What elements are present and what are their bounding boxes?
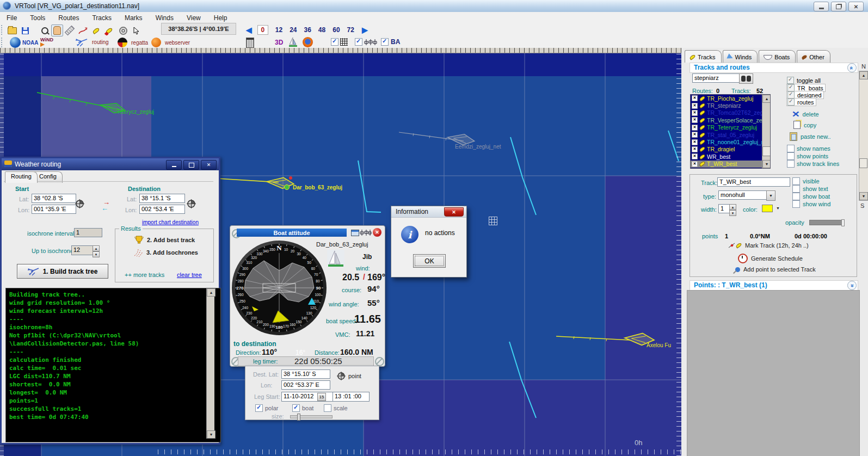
- item-checkbox[interactable]: [692, 110, 698, 116]
- show-option[interactable]: show points: [787, 152, 828, 160]
- maximize-button[interactable]: [183, 160, 199, 170]
- track-list-item[interactable]: T_WR_best: [691, 161, 770, 168]
- color-dropdown-icon[interactable]: [774, 205, 782, 212]
- track-list-item[interactable]: TR_Piocha_zegluj: [691, 95, 770, 102]
- add-isochrones-button[interactable]: 3. Add Isochrones: [133, 248, 198, 257]
- save-button[interactable]: [20, 25, 30, 36]
- import-destination-link[interactable]: import chart destination: [142, 219, 199, 225]
- color-swatch[interactable]: [762, 205, 773, 212]
- expand-points-button[interactable]: [847, 281, 857, 290]
- ba-toggle-checkbox[interactable]: [381, 38, 389, 46]
- item-checkbox[interactable]: [692, 132, 698, 138]
- mark-track-button[interactable]: Mark Track (12h, 24h ..): [728, 242, 809, 249]
- generate-schedule-button[interactable]: Generate Schedule: [738, 254, 803, 263]
- menu-item[interactable]: Tracks: [85, 14, 118, 22]
- scroll-thumb[interactable]: [762, 146, 771, 156]
- build-track-tree-button[interactable]: 1. Build track tree: [17, 264, 108, 279]
- swap-left-icon[interactable]: ←: [101, 204, 108, 212]
- show-option[interactable]: show names: [787, 145, 830, 152]
- more-tracks-button[interactable]: ++ more tracks: [125, 272, 164, 278]
- dest-lat-input[interactable]: 38 °15.10' S: [281, 369, 330, 379]
- tracks-listbox[interactable]: TR_Piocha_zegluj TR_stepniarz TR_Tomca02…: [690, 94, 771, 169]
- item-checkbox[interactable]: [692, 103, 698, 109]
- sail-button[interactable]: [288, 37, 298, 49]
- width-spinner[interactable]: [729, 204, 736, 216]
- tab-other[interactable]: Other: [797, 50, 830, 63]
- listbox-scrollbar[interactable]: [762, 95, 770, 168]
- calculator-button[interactable]: [246, 38, 254, 48]
- scroll-up-icon[interactable]: [859, 71, 868, 79]
- hour-option[interactable]: 12: [275, 26, 282, 34]
- menu-item[interactable]: View: [180, 14, 207, 22]
- calendar-button[interactable]: 15: [317, 393, 326, 401]
- close-button[interactable]: [373, 228, 381, 237]
- polar-checkbox[interactable]: polar: [255, 404, 278, 412]
- dest-lon-input[interactable]: 002 °53.4 'E: [139, 205, 185, 214]
- hour-selected[interactable]: 0: [257, 25, 268, 35]
- item-checkbox[interactable]: [692, 146, 698, 152]
- hours-forward-button[interactable]: [362, 26, 368, 34]
- add-point-button[interactable]: Add point to selected Track: [735, 266, 816, 273]
- target-tool-button[interactable]: [118, 25, 128, 36]
- hour-option[interactable]: 72: [347, 26, 354, 34]
- minimize-button[interactable]: [166, 160, 182, 170]
- latitude-scrollbar[interactable]: [859, 71, 868, 201]
- collapse-section-button[interactable]: [847, 63, 857, 72]
- browser-button[interactable]: [303, 37, 313, 47]
- point-icon[interactable]: [337, 372, 346, 381]
- toolbar-gripper2[interactable]: [1, 38, 4, 47]
- noaa-button[interactable]: NOAA: [10, 37, 38, 48]
- item-checkbox[interactable]: [692, 161, 698, 167]
- measure-tool-button[interactable]: [64, 25, 75, 36]
- barbs-icon[interactable]: [360, 229, 372, 236]
- item-checkbox[interactable]: [692, 139, 698, 145]
- menu-item[interactable]: Marks: [118, 14, 149, 22]
- hours-back-button[interactable]: [246, 26, 252, 34]
- scroll-down-icon[interactable]: [207, 430, 216, 439]
- search-input[interactable]: stepniarz: [692, 73, 740, 83]
- hour-option[interactable]: 24: [290, 26, 297, 34]
- track-flag[interactable]: show wind: [792, 200, 830, 208]
- item-checkbox[interactable]: [692, 125, 698, 131]
- menu-item[interactable]: File: [0, 14, 23, 22]
- track-list-item[interactable]: TR_VesperSolace_zegl: [691, 116, 770, 124]
- tab-tracks[interactable]: Tracks: [685, 50, 722, 63]
- leg-start-time-input[interactable]: 13 :01 :00: [333, 392, 370, 402]
- filter-toggle[interactable]: toggle all: [787, 77, 821, 84]
- minimize-button[interactable]: [814, 2, 829, 11]
- start-lat-input[interactable]: 38 °02.8 'S: [32, 194, 76, 203]
- tab-boats[interactable]: Boats: [759, 50, 796, 63]
- type-dropdown-icon[interactable]: [766, 190, 775, 201]
- track-list-item[interactable]: TR_Teterycz_zegluj: [691, 124, 770, 131]
- dock-icon[interactable]: [351, 230, 359, 236]
- clear-tree-link[interactable]: clear tree: [177, 272, 202, 278]
- scroll-thumb[interactable]: [859, 158, 867, 168]
- restore-button[interactable]: [831, 2, 846, 11]
- menu-item[interactable]: Help: [207, 14, 234, 22]
- track-flag[interactable]: show boat: [792, 193, 830, 200]
- delete-button[interactable]: delete: [792, 109, 819, 119]
- wind-button[interactable]: WiND: [40, 37, 53, 47]
- track-flag[interactable]: visible: [792, 177, 820, 185]
- dest-lat-input[interactable]: 38 °15.1 'S: [139, 194, 185, 203]
- scale-checkbox[interactable]: scale: [324, 404, 348, 412]
- copy-button[interactable]: copy: [793, 121, 816, 129]
- barbs-toggle-checkbox[interactable]: [355, 38, 362, 46]
- tab-routing[interactable]: Routing: [5, 171, 38, 183]
- add-best-track-button[interactable]: 2. Add best track: [134, 236, 195, 244]
- up-to-spinner[interactable]: [93, 245, 100, 257]
- type-select[interactable]: monohull: [718, 190, 769, 200]
- track-tool-button[interactable]: [77, 25, 88, 36]
- show-option[interactable]: show track lines: [787, 160, 839, 168]
- scroll-down-icon[interactable]: [859, 192, 868, 200]
- menu-item[interactable]: Routes: [52, 14, 85, 22]
- weather-routing-titlebar[interactable]: Weather routing ✕: [2, 158, 219, 170]
- dialog-titlebar[interactable]: Information: [391, 206, 466, 218]
- filter-toggle[interactable]: routes: [786, 98, 816, 106]
- track-name-input[interactable]: T_WR_best: [717, 177, 790, 187]
- zoom-tool-button[interactable]: [39, 25, 50, 36]
- item-checkbox[interactable]: [692, 95, 698, 101]
- ok-button[interactable]: OK: [413, 254, 446, 268]
- hour-option[interactable]: 48: [318, 26, 325, 34]
- search-button[interactable]: [739, 73, 753, 84]
